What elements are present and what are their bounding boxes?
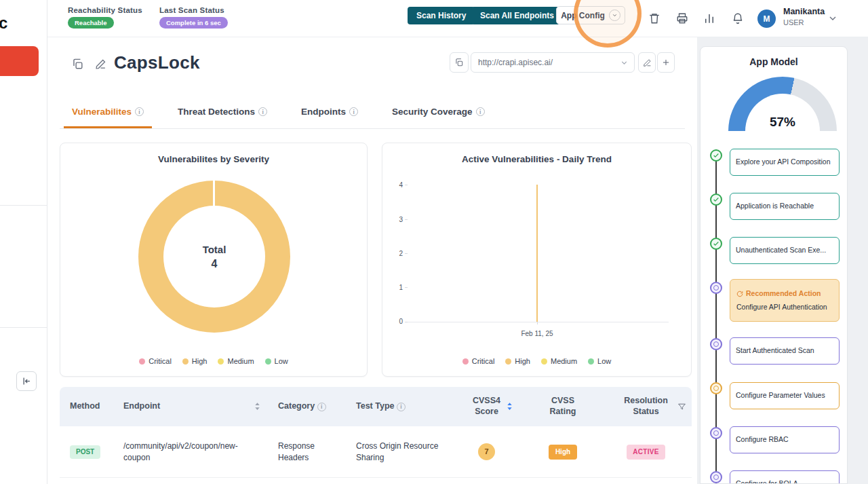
- y-tick-mark: [405, 253, 408, 254]
- legend-label: High: [515, 357, 530, 365]
- app-model-step-authenticated-scan[interactable]: Start Authenticated Scan: [730, 337, 840, 365]
- sidebar-collapse-button[interactable]: [16, 371, 37, 391]
- sidebar-divider: [0, 205, 47, 206]
- table-row[interactable]: POST /community/api/v2/coupon/new-coupon…: [60, 426, 692, 477]
- app-url-select[interactable]: http://crapi.apisec.ai/: [471, 52, 635, 73]
- legend-item-low[interactable]: Low: [265, 357, 288, 365]
- method-badge: POST: [70, 445, 100, 459]
- edit-url-button[interactable]: [638, 52, 656, 73]
- step-pending-icon: [710, 282, 722, 294]
- tab-security-coverage[interactable]: Security Coverage i: [384, 98, 493, 128]
- trend-chart-card: Active Vulnerabilities - Daily Trend 4 3…: [382, 143, 692, 377]
- chevron-down-icon: [827, 13, 838, 24]
- app-model-step-explore[interactable]: Explore your API Composition: [730, 149, 840, 176]
- step-label: Configure Parameter Values: [736, 391, 825, 400]
- legend-item-medium[interactable]: Medium: [541, 357, 577, 365]
- copy-icon: [454, 58, 464, 67]
- app-model-step-configure-auth[interactable]: Recommended Action Configure API Authent…: [730, 279, 840, 322]
- legend-label: Medium: [227, 357, 254, 365]
- app-config-button[interactable]: App Config: [556, 6, 625, 24]
- legend-item-medium[interactable]: Medium: [218, 357, 254, 365]
- edit-app-name-button[interactable]: [95, 58, 106, 70]
- x-tick-label: Feb 11, 25: [503, 330, 571, 337]
- sort-icon: [506, 402, 513, 411]
- tab-vulnerabilities[interactable]: Vulnerabilites i: [64, 98, 152, 128]
- sort-icon: [254, 402, 261, 411]
- legend-item-high[interactable]: High: [505, 357, 530, 365]
- col-header-label: Category: [278, 401, 315, 412]
- col-header-cvss4-score: CVSS4 Score: [448, 387, 526, 426]
- y-tick: 1: [388, 284, 403, 291]
- endpoint-cell: /community/api/v2/coupon/new-coupon: [113, 426, 268, 477]
- step-label: Unauthenticated Scan Exe...: [736, 246, 826, 255]
- notifications-button[interactable]: [732, 12, 745, 25]
- scan-history-button[interactable]: Scan History: [408, 7, 475, 24]
- tab-label: Security Coverage: [392, 107, 473, 117]
- info-icon: i: [349, 107, 358, 116]
- app-model-step-reachable[interactable]: Application is Reachable: [730, 193, 840, 220]
- app-model-step-unauth-scan[interactable]: Unauthenticated Scan Exe...: [730, 237, 840, 264]
- col-header-category: Category i: [268, 387, 346, 426]
- y-tick-mark: [405, 185, 408, 185]
- user-avatar[interactable]: M: [757, 10, 776, 28]
- logo-fragment: c: [0, 14, 7, 33]
- step-attention-icon: [710, 382, 722, 394]
- check-icon: [713, 196, 719, 203]
- table-header-row: Method Endpoint Category i Test Type i C…: [60, 387, 692, 426]
- app-url-value: http://crapi.apisec.ai/: [478, 58, 620, 67]
- info-icon: i: [258, 107, 267, 116]
- legend-item-low[interactable]: Low: [588, 357, 611, 365]
- app-model-step-bola[interactable]: Configure for BOLA: [730, 470, 840, 484]
- sort-endpoint-button[interactable]: [254, 402, 261, 411]
- app-model-step-rbac[interactable]: Configure RBAC: [730, 426, 840, 453]
- copy-url-button[interactable]: [450, 52, 469, 73]
- col-header-label: Endpoint: [123, 401, 160, 412]
- trend-line: [536, 185, 538, 322]
- filter-status-button[interactable]: [677, 403, 686, 411]
- user-role: USER: [783, 18, 804, 26]
- copy-icon: [71, 58, 84, 71]
- user-menu-chevron[interactable]: [827, 13, 838, 24]
- copy-app-button[interactable]: [71, 58, 84, 71]
- legend-label: Critical: [472, 357, 495, 365]
- col-header-endpoint: Endpoint: [113, 387, 268, 426]
- legend-label: Critical: [149, 357, 172, 365]
- legend-item-critical[interactable]: Critical: [139, 357, 172, 365]
- chevron-down-icon: [609, 10, 620, 21]
- step-done-icon: [710, 193, 722, 206]
- delete-button[interactable]: [648, 12, 662, 25]
- tab-endpoints[interactable]: Endpoints i: [293, 98, 366, 128]
- scan-all-endpoints-button[interactable]: Scan All Endpoints: [471, 7, 563, 24]
- step-pending-icon: [710, 471, 722, 483]
- col-header-label: CVSS Rating: [538, 396, 587, 417]
- app-model-gauge: 57%: [728, 77, 837, 131]
- recommended-action-label: Recommended Action: [746, 289, 821, 298]
- y-tick: 0: [388, 318, 403, 325]
- sidebar-active-item[interactable]: [0, 46, 39, 76]
- y-tick: 3: [388, 216, 403, 223]
- print-button[interactable]: [676, 12, 690, 25]
- vulnerabilities-table: Method Endpoint Category i Test Type i C…: [60, 387, 692, 484]
- pencil-icon: [643, 58, 652, 67]
- printer-icon: [676, 12, 688, 24]
- reports-button[interactable]: [703, 12, 717, 25]
- add-url-button[interactable]: [657, 52, 675, 73]
- legend-dot: [588, 358, 594, 365]
- step-done-icon: [710, 149, 722, 162]
- legend-dot: [139, 358, 145, 365]
- app-model-step-parameter-values[interactable]: Configure Parameter Values: [730, 382, 840, 409]
- tab-label: Vulnerabilites: [72, 107, 132, 117]
- step-label: Configure API Authentication: [736, 303, 827, 312]
- info-icon: i: [317, 403, 326, 411]
- legend-label: Low: [275, 357, 288, 365]
- filter-icon: [677, 403, 686, 411]
- check-icon: [713, 240, 719, 247]
- donut-segment-gap: [213, 181, 215, 207]
- legend-dot: [462, 358, 469, 365]
- col-header-method: Method: [60, 387, 113, 426]
- tab-threat-detections[interactable]: Threat Detections i: [170, 98, 275, 128]
- sort-cvss4-button[interactable]: [506, 402, 513, 411]
- legend-item-critical[interactable]: Critical: [462, 357, 495, 365]
- tab-label: Endpoints: [301, 107, 346, 117]
- legend-item-high[interactable]: High: [182, 357, 208, 365]
